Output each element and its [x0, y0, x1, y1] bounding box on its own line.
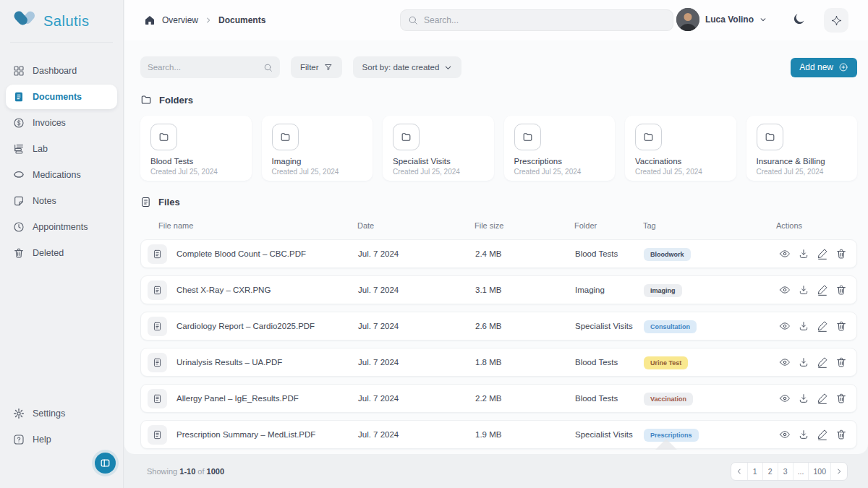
page-ellipsis: ... — [793, 463, 809, 480]
folder-icon — [150, 124, 177, 150]
sidebar-item-settings[interactable]: Settings — [6, 401, 118, 426]
download-icon[interactable] — [798, 284, 809, 296]
file-icon — [148, 317, 167, 336]
view-icon[interactable] — [779, 356, 791, 368]
delete-icon[interactable] — [835, 393, 847, 404]
panel-icon — [100, 458, 111, 468]
table-row[interactable]: Urinalysis Results – UA.PDF Jul. 7 2024 … — [140, 348, 857, 377]
file-size: 3.1 MB — [475, 286, 575, 294]
page-button-3[interactable]: 3 — [778, 463, 793, 480]
note-icon — [13, 195, 25, 207]
file-date: Jul. 7 2024 — [358, 322, 475, 330]
download-icon[interactable] — [798, 320, 809, 332]
folder-card[interactable]: Insurance & Billing Created Jul 25, 2024 — [746, 116, 858, 181]
sidebar-item-help[interactable]: Help — [6, 427, 118, 452]
folder-created: Created Jul 25, 2024 — [393, 168, 494, 176]
sidebar-item-label: Medications — [33, 170, 81, 180]
files-table-body: Complete Blood Count – CBC.PDF Jul. 7 20… — [140, 239, 857, 449]
tag-badge: Imaging — [644, 284, 682, 297]
folder-card[interactable]: Blood Tests Created Jul 25, 2024 — [140, 116, 252, 181]
sidebar-item-dashboard[interactable]: Dashboard — [6, 59, 117, 83]
sidebar-item-label: Lab — [33, 144, 48, 154]
global-search-input[interactable] — [424, 15, 665, 25]
global-search — [400, 9, 673, 31]
sort-button[interactable]: Sort by: date created — [353, 56, 462, 78]
file-name: Urinalysis Results – UA.PDF — [176, 358, 282, 367]
breadcrumb-parent[interactable]: Overview — [162, 15, 198, 25]
table-row[interactable]: Complete Blood Count – CBC.PDF Jul. 7 20… — [140, 239, 857, 268]
next-page-button[interactable] — [831, 463, 847, 480]
view-icon[interactable] — [779, 320, 791, 332]
view-icon[interactable] — [779, 248, 791, 260]
sidebar: Salutis Dashboard Documents Invoices — [0, 0, 124, 488]
files-section-header: Files — [140, 197, 868, 207]
table-row[interactable]: Cardiology Report – Cardio2025.PDF Jul. … — [140, 312, 857, 341]
column-file-size: File size — [475, 221, 574, 230]
folder-card[interactable]: Prescriptions Created Jul 25, 2024 — [504, 116, 616, 181]
folder-card[interactable]: Vaccinations Created Jul 25, 2024 — [625, 116, 736, 181]
folders-section-title: Folders — [159, 95, 193, 106]
sidebar-item-label: Notes — [33, 196, 56, 206]
download-icon[interactable] — [798, 356, 809, 368]
edit-icon[interactable] — [817, 248, 828, 260]
sidebar-item-deleted[interactable]: Deleted — [6, 241, 117, 265]
file-date: Jul. 7 2024 — [358, 358, 475, 367]
tag-badge: Urine Test — [644, 356, 688, 369]
sidebar-item-label: Appointments — [33, 222, 88, 232]
page-button-100[interactable]: 100 — [809, 463, 831, 480]
folder-card[interactable]: Imaging Created Jul 25, 2024 — [262, 116, 373, 181]
showing-label: Showing — [147, 467, 177, 476]
prev-page-button[interactable] — [731, 463, 748, 480]
sidebar-item-notes[interactable]: Notes — [6, 189, 117, 213]
view-icon[interactable] — [779, 284, 791, 296]
sidebar-item-documents[interactable]: Documents — [6, 85, 117, 109]
delete-icon[interactable] — [835, 356, 847, 368]
collapse-sidebar-button[interactable] — [95, 453, 116, 474]
download-icon[interactable] — [798, 393, 809, 404]
download-icon[interactable] — [798, 248, 809, 260]
folder-card[interactable]: Specialist Visits Created Jul 25, 2024 — [383, 116, 494, 181]
table-row[interactable]: Chest X-Ray – CXR.PNG Jul. 7 2024 3.1 MB… — [140, 275, 857, 304]
folder-icon — [140, 94, 152, 106]
sidebar-item-lab[interactable]: Lab — [6, 137, 117, 161]
filter-button[interactable]: Filter — [291, 56, 342, 78]
assistant-button[interactable] — [824, 8, 848, 33]
page-button-2[interactable]: 2 — [763, 463, 778, 480]
files-search — [140, 56, 280, 78]
table-row[interactable]: Allergy Panel – IgE_Results.PDF Jul. 7 2… — [140, 384, 857, 413]
file-icon — [148, 389, 167, 408]
sidebar-item-label: Settings — [33, 408, 65, 419]
download-icon[interactable] — [798, 429, 809, 440]
home-icon[interactable] — [144, 14, 156, 26]
view-icon[interactable] — [779, 393, 791, 404]
files-section-title: Files — [158, 197, 180, 207]
edit-icon[interactable] — [817, 320, 828, 332]
edit-icon[interactable] — [817, 284, 828, 296]
view-icon[interactable] — [779, 429, 791, 440]
delete-icon[interactable] — [835, 429, 847, 440]
edit-icon[interactable] — [817, 429, 828, 440]
folder-name: Specialist Visits — [393, 157, 494, 166]
add-new-button[interactable]: Add new — [791, 58, 857, 77]
files-search-input[interactable] — [148, 63, 263, 72]
showing-range: 1-10 — [179, 467, 195, 476]
column-date: Date — [357, 221, 475, 230]
delete-icon[interactable] — [835, 320, 847, 332]
file-date: Jul. 7 2024 — [358, 249, 475, 258]
breadcrumb-current[interactable]: Documents — [218, 15, 265, 25]
sidebar-item-label: Help — [33, 435, 51, 445]
dark-mode-toggle[interactable] — [792, 12, 806, 26]
results-summary: Showing 1-10 of 1000 — [147, 467, 224, 476]
table-row[interactable]: Prescription Summary – MedList.PDF Jul. … — [140, 420, 857, 449]
clock-icon — [13, 221, 25, 233]
edit-icon[interactable] — [817, 356, 828, 368]
sidebar-item-invoices[interactable]: Invoices — [6, 111, 117, 135]
file-icon — [148, 353, 167, 372]
sidebar-item-appointments[interactable]: Appointments — [6, 215, 117, 239]
delete-icon[interactable] — [835, 284, 847, 296]
page-button-1[interactable]: 1 — [748, 463, 763, 480]
edit-icon[interactable] — [817, 393, 828, 404]
sidebar-item-medications[interactable]: Medications — [6, 163, 117, 187]
delete-icon[interactable] — [835, 248, 847, 260]
user-menu[interactable]: Luca Volino — [676, 8, 767, 31]
